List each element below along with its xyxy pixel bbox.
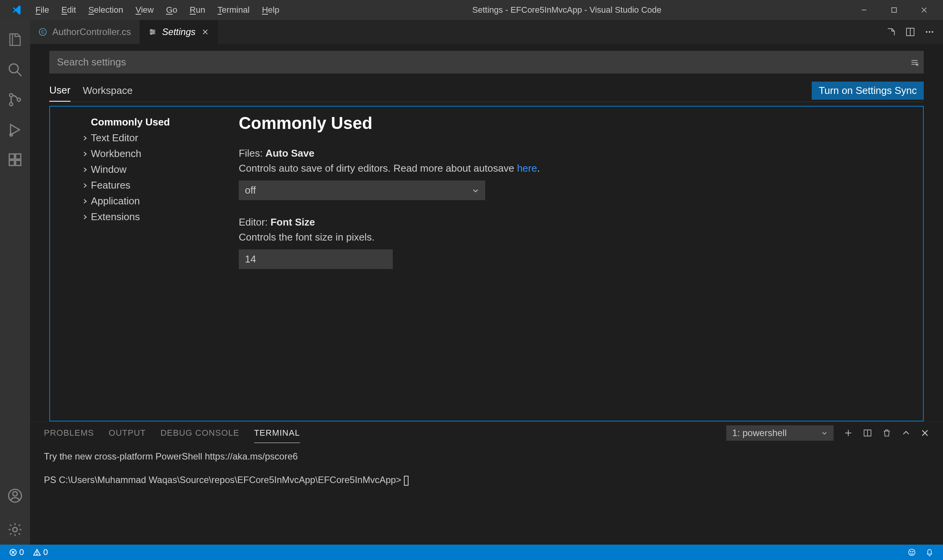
activity-extensions[interactable]: [0, 145, 30, 175]
minimize-button[interactable]: [849, 0, 879, 20]
svg-point-8: [17, 98, 20, 101]
menu-help[interactable]: Help: [256, 3, 285, 17]
scope-row: User Workspace Turn on Settings Sync: [49, 80, 924, 102]
scope-tab-workspace[interactable]: Workspace: [83, 80, 133, 101]
menu-view[interactable]: View: [130, 3, 159, 17]
chevron-right-icon: [81, 214, 89, 220]
status-bell-icon[interactable]: [922, 548, 937, 557]
maximize-button[interactable]: [879, 0, 909, 20]
menu-selection[interactable]: Selection: [83, 3, 129, 17]
chevron-right-icon: [81, 151, 89, 157]
activity-accounts[interactable]: [0, 481, 30, 511]
chevron-right-icon: [81, 182, 89, 189]
close-panel-icon[interactable]: [921, 429, 929, 437]
settings-search-row: [49, 51, 924, 74]
svg-point-48: [909, 549, 915, 556]
toc-application[interactable]: Application: [81, 193, 223, 209]
kill-terminal-icon[interactable]: [882, 428, 891, 438]
window-title: Settings - EFCore5InMvcApp - Visual Stud…: [285, 5, 849, 15]
activity-explorer[interactable]: [0, 25, 30, 55]
autosave-docs-link[interactable]: here: [517, 162, 537, 174]
tab-label: Settings: [162, 27, 196, 37]
menu-go[interactable]: Go: [161, 3, 183, 17]
settings-tab-icon: [148, 28, 157, 36]
split-terminal-icon[interactable]: [863, 428, 872, 438]
svg-rect-13: [16, 154, 21, 159]
settings-search-input[interactable]: [49, 51, 905, 74]
menu-file[interactable]: File: [30, 3, 54, 17]
toc-extensions[interactable]: Extensions: [81, 209, 223, 225]
more-actions-icon[interactable]: [925, 27, 935, 37]
svg-point-24: [151, 33, 152, 35]
terminal-line: Try the new cross-platform PowerShell ht…: [44, 448, 929, 465]
toc-text-editor[interactable]: Text Editor: [81, 130, 223, 146]
activity-settings[interactable]: [0, 515, 30, 545]
tab-actions: [886, 20, 943, 44]
titlebar: File Edit Selection View Go Run Terminal…: [0, 0, 943, 20]
svg-point-47: [37, 554, 38, 555]
clear-search-icon[interactable]: [905, 51, 924, 74]
split-editor-icon[interactable]: [905, 27, 915, 37]
menu-run[interactable]: Run: [184, 3, 211, 17]
settings-body: › Commonly Used Text Editor Workbench Wi…: [49, 106, 924, 421]
close-tab-icon[interactable]: [201, 28, 209, 36]
open-changes-icon[interactable]: [886, 27, 896, 37]
fontsize-input[interactable]: [239, 249, 393, 269]
toc-label: Features: [91, 179, 131, 191]
terminal-select[interactable]: 1: powershell: [726, 425, 834, 441]
toc-label: Application: [91, 195, 140, 207]
chevron-down-icon: [472, 187, 479, 194]
status-warnings[interactable]: 0: [30, 547, 51, 557]
close-window-button[interactable]: [909, 0, 939, 20]
svg-line-5: [17, 72, 22, 76]
terminal-body[interactable]: Try the new cross-platform PowerShell ht…: [30, 444, 943, 545]
maximize-panel-icon[interactable]: [901, 428, 911, 438]
menubar: File Edit Selection View Go Run Terminal…: [30, 3, 285, 17]
panel-tab-output[interactable]: OUTPUT: [109, 423, 146, 443]
panel-tab-debug-console[interactable]: DEBUG CONSOLE: [161, 423, 240, 443]
toc-label: Window: [91, 164, 126, 176]
activity-source-control[interactable]: [0, 85, 30, 115]
status-errors-count: 0: [19, 547, 24, 557]
status-feedback-icon[interactable]: [904, 548, 919, 557]
setting-description: Controls the font size in pixels.: [239, 231, 911, 243]
toc-label: Commonly Used: [91, 116, 170, 128]
panel-tabs: PROBLEMS OUTPUT DEBUG CONSOLE TERMINAL 1…: [30, 422, 943, 444]
tab-label: AuthorController.cs: [52, 27, 131, 37]
svg-point-50: [913, 551, 913, 552]
toc-label: Text Editor: [91, 132, 138, 144]
terminal-prompt-line: PS C:\Users\Muhammad Waqas\Source\repos\…: [44, 471, 929, 488]
chevron-down-icon: [821, 430, 827, 436]
svg-point-31: [931, 31, 933, 33]
svg-point-6: [10, 94, 13, 97]
scope-tab-user[interactable]: User: [49, 80, 70, 102]
menu-terminal[interactable]: Terminal: [212, 3, 255, 17]
setting-description: Controls auto save of dirty editors. Rea…: [239, 162, 911, 174]
editor-area: C AuthorController.cs Settings: [30, 20, 943, 545]
tab-settings[interactable]: Settings: [140, 20, 218, 44]
toc-features[interactable]: Features: [81, 177, 223, 193]
settings-content: User Workspace Turn on Settings Sync › C…: [30, 44, 943, 421]
svg-rect-11: [9, 160, 14, 165]
chevron-right-icon: [81, 198, 89, 204]
autosave-select[interactable]: off: [239, 181, 485, 200]
toc-workbench[interactable]: Workbench: [81, 146, 223, 162]
svg-rect-1: [892, 8, 896, 12]
toc-window[interactable]: Window: [81, 162, 223, 177]
settings-sync-button[interactable]: Turn on Settings Sync: [812, 82, 924, 100]
tab-authorcontroller[interactable]: C AuthorController.cs: [30, 20, 140, 44]
activity-search[interactable]: [0, 55, 30, 85]
new-terminal-icon[interactable]: [844, 428, 853, 438]
settings-list: Commonly Used Files: Auto Save Controls …: [227, 107, 923, 421]
status-errors[interactable]: 0: [6, 547, 27, 557]
panel-tab-problems[interactable]: PROBLEMS: [44, 423, 94, 443]
activity-run-debug[interactable]: [0, 115, 30, 145]
terminal-cursor: [404, 476, 409, 486]
window-controls: [849, 0, 939, 20]
group-title: Commonly Used: [239, 114, 911, 133]
statusbar: 0 0: [0, 545, 943, 560]
menu-edit[interactable]: Edit: [56, 3, 81, 17]
panel-tab-terminal[interactable]: TERMINAL: [254, 423, 300, 443]
toc-commonly-used[interactable]: › Commonly Used: [81, 114, 223, 130]
activitybar: [0, 20, 30, 545]
